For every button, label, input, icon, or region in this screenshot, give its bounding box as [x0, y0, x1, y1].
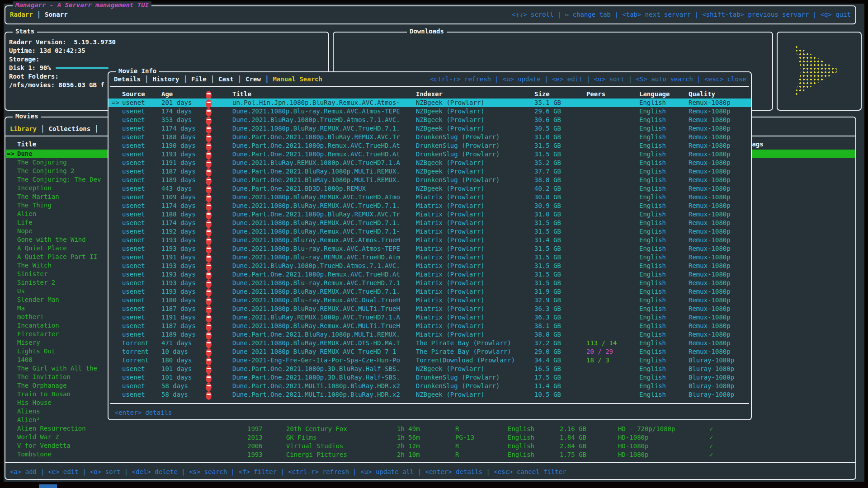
- release-row[interactable]: usenet1187 daysDune.2021.1080p.BluRay.Re…: [108, 322, 751, 330]
- release-age: 1189 days: [161, 176, 205, 184]
- stats-line-text: /nfs/movies: 8056.03 GB f: [9, 81, 104, 89]
- release-quality: Remux-1080p: [689, 244, 750, 253]
- release-row[interactable]: usenet1109 daysDune.2021.1080p.BluRay.RE…: [108, 193, 751, 202]
- release-row[interactable]: usenet1189 daysDune.Part.One.2021.BluRay…: [108, 330, 751, 339]
- movies-scrollbar[interactable]: [855, 142, 856, 210]
- column-indexer: Indexer: [416, 90, 533, 99]
- release-row[interactable]: torrent10 daysDune 2021 1080p BluRay REM…: [108, 347, 751, 356]
- tab-details[interactable]: Details: [114, 74, 141, 84]
- release-peers: [586, 193, 639, 202]
- release-row[interactable]: usenet1180 daysDune.2021.1080p.Blu-ray.R…: [108, 296, 751, 305]
- movies-table-row[interactable]: 199720th Century Fox1h 49mREnglish2.16 G…: [5, 425, 855, 433]
- release-row[interactable]: usenet443 daysDune.Part.One.2021.BD3D.10…: [108, 184, 751, 193]
- release-rejected: [206, 167, 220, 176]
- tab-history[interactable]: History: [152, 74, 179, 84]
- release-rejected: [206, 262, 220, 270]
- release-row[interactable]: usenet1193 daysDune.2021.1080p.BluRay.RE…: [108, 287, 751, 296]
- release-language: English: [639, 244, 687, 253]
- release-row[interactable]: usenet1174 daysDune.2021.1080p.BluRay.RE…: [108, 124, 751, 133]
- release-row[interactable]: usenet1193 daysDune.2021.BluRay.1080p.Tr…: [108, 262, 751, 270]
- manual-search-scrollbar[interactable]: [751, 89, 752, 212]
- tab-crew[interactable]: Crew: [245, 74, 261, 84]
- release-age: 174 days: [161, 107, 205, 116]
- release-language: English: [639, 305, 687, 313]
- release-row[interactable]: usenet1193 daysDune.2021.1080p.Blu-ray.R…: [108, 279, 751, 287]
- release-row[interactable]: usenet1188 daysDune.Part.One.2021.1080p.…: [108, 133, 751, 141]
- release-row[interactable]: usenet1189 daysDune.Part.One.2021.BluRay…: [108, 176, 751, 184]
- release-row[interactable]: usenet58 daysDune.Part.One.2021.MULTi.10…: [108, 390, 751, 399]
- release-row[interactable]: usenet1192 daysDune.2021.1080p.BluRay.Re…: [108, 227, 751, 236]
- stats-line-text: Storage:: [9, 55, 39, 64]
- release-peers: [586, 124, 639, 133]
- release-quality: Remux-1080p: [689, 193, 750, 202]
- release-language: English: [639, 279, 687, 287]
- stats-line-text: Root Folders:: [9, 72, 59, 81]
- release-indexer: DrunkenSlug (Prowlarr): [416, 141, 533, 150]
- release-source: usenet: [122, 244, 161, 253]
- release-row[interactable]: usenet101 daysDune.Part.One.2021.1080p.3…: [108, 373, 751, 382]
- release-row[interactable]: usenet1191 daysDune.2021.1080p.Blu-ray.R…: [108, 253, 751, 262]
- release-source: usenet: [122, 279, 161, 287]
- release-source: usenet: [122, 330, 161, 339]
- tab-file[interactable]: File: [191, 74, 207, 84]
- release-peers: [586, 167, 639, 176]
- release-peers: [586, 390, 639, 399]
- release-peers: [586, 227, 639, 236]
- release-row[interactable]: usenet1191 daysDune.2021.BluRay.REMUX.10…: [108, 313, 751, 322]
- column-title: Title: [232, 90, 415, 99]
- release-title: Dune.2021.BluRay.REMUX.1080p.AVC.TrueHD7…: [232, 313, 415, 322]
- release-language: English: [639, 159, 687, 167]
- tab-radarr[interactable]: Radarr: [10, 9, 33, 19]
- release-rejected: [206, 347, 220, 356]
- release-row[interactable]: usenet1188 daysDune.Part.One.2021.1080p.…: [108, 210, 751, 219]
- release-row[interactable]: usenet1193 daysDune.2021.1080p.Blu-ray.R…: [108, 244, 751, 253]
- movies-table-row[interactable]: 1993Cinergi Pictures2h 10mREnglish1.75 G…: [5, 450, 855, 459]
- movies-table-row[interactable]: 2006Virtual Studios2h 12mREnglish2.84 GB…: [5, 442, 855, 450]
- release-row[interactable]: usenet1191 daysDune.2021.BluRay.REMUX.10…: [108, 159, 751, 167]
- release-row[interactable]: usenet58 daysDune.Part.One.2021.MULTi.10…: [108, 382, 751, 390]
- tab-manual-search[interactable]: Manual Search: [273, 74, 322, 84]
- manual-search-header-row: SourceAgeTitleIndexerSizePeersLanguageQu…: [108, 90, 751, 99]
- release-title: Dune.2021.1080p.BluRay.REMUX.AVC.TrueHD.…: [232, 193, 415, 202]
- release-row[interactable]: usenet1174 daysDune.2021.1080p.BluRay.RE…: [108, 219, 751, 227]
- release-rejected: [206, 330, 220, 339]
- movies-table-row[interactable]: 2013GK Films1h 56mPG-13English1.84 GBHD-…: [5, 433, 855, 442]
- release-row[interactable]: usenet1187 daysDune.2021.1080p.BluRay.RE…: [108, 305, 751, 313]
- movie-runtime: 2h 12m: [397, 442, 420, 450]
- release-rejected: [206, 176, 220, 184]
- movie-info-footer-keybinding: <enter> details: [115, 407, 172, 418]
- release-size: 31.5 GB: [534, 150, 585, 159]
- release-row[interactable]: usenet174 daysDune.2021.1080p.Blu-ray.Re…: [108, 107, 751, 116]
- monitored-check-icon: ✓: [709, 425, 713, 433]
- release-row[interactable]: =>usenet201 daysun.Pol.Hin.Jpn.1080p.Blu…: [108, 99, 751, 107]
- release-row[interactable]: usenet1174 daysDune.2021.1080p.BluRay.RE…: [108, 202, 751, 210]
- release-title: Dune.Part.One.2021.MULTi.1080p.BluRay.HD…: [232, 382, 415, 390]
- release-title: Dune.2021.1080p.Blu-ray.Remux.AVC.TrueHD…: [232, 279, 415, 287]
- release-row[interactable]: usenet1193 daysDune.Part.One.2021.1080p.…: [108, 150, 751, 159]
- release-size: 29.6 GB: [534, 107, 585, 116]
- release-indexer: Miatrix (Prowlarr): [416, 305, 533, 313]
- taskbar-sliver[interactable]: [39, 484, 57, 488]
- release-size: 37.2 GB: [534, 339, 585, 347]
- release-row[interactable]: usenet1190 daysDune.Part.One.2021.1080p.…: [108, 141, 751, 150]
- release-indexer: DrunkenSlug (Prowlarr): [416, 373, 533, 382]
- release-row[interactable]: usenet1193 daysDune.Part.One.2021.1080p.…: [108, 270, 751, 279]
- release-indexer: Miatrix (Prowlarr): [416, 227, 533, 236]
- release-row[interactable]: usenet1187 daysDune.Part.One.2021.BluRay…: [108, 167, 751, 176]
- release-indexer: Miatrix (Prowlarr): [416, 279, 533, 287]
- release-peers: [586, 116, 639, 124]
- release-quality: Remux-1080p: [689, 99, 750, 107]
- release-row[interactable]: usenet353 daysDune.2021.BluRay.1080p.Tru…: [108, 116, 751, 124]
- tab-cast[interactable]: Cast: [218, 74, 234, 84]
- release-row[interactable]: usenet1193 daysDune.2021.1080p.Bluray.Re…: [108, 236, 751, 244]
- release-row[interactable]: torrent180 daysDune-2021-Eng-Fre-Ger-Ita…: [108, 356, 751, 365]
- release-row[interactable]: usenet101 daysDune.Part.One.2021.1080p.3…: [108, 365, 751, 373]
- release-peers: [586, 107, 639, 116]
- release-row[interactable]: torrent471 daysDune.2021.1080p.BluRay.RE…: [108, 339, 751, 347]
- release-age: 101 days: [161, 373, 205, 382]
- tab-sonarr[interactable]: Sonarr: [45, 9, 68, 19]
- tab-separator: │: [33, 9, 45, 19]
- release-title: Dune 2021 1080p BluRay REMUX AVC TrueHD …: [232, 347, 415, 356]
- release-language: English: [639, 193, 687, 202]
- movie-info-tabs: Details│History│File│Cast│Crew│Manual Se…: [114, 74, 322, 84]
